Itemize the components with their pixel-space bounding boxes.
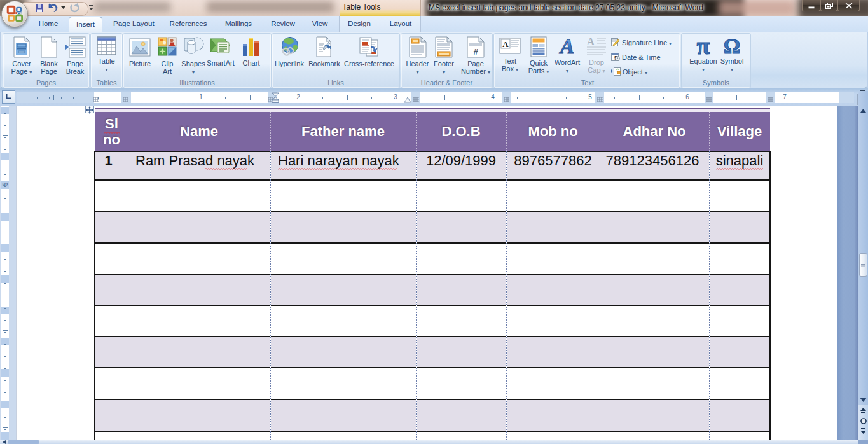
svg-text:Ω: Ω xyxy=(724,36,740,55)
svg-text:π: π xyxy=(697,36,710,55)
svg-text:A: A xyxy=(502,39,509,49)
svg-text:A: A xyxy=(559,36,575,57)
svg-text:#: # xyxy=(473,47,478,57)
svg-text:A: A xyxy=(587,36,595,48)
